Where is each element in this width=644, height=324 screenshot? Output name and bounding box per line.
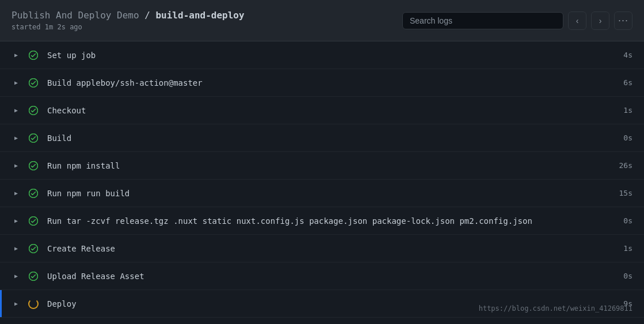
more-icon: ··· bbox=[618, 14, 628, 26]
step-label: Checkout bbox=[47, 106, 609, 115]
step-duration: 1s bbox=[609, 244, 632, 253]
status-icon bbox=[28, 77, 39, 89]
step-row[interactable]: ▶Post Checkout bbox=[0, 318, 644, 324]
workflow-name: Publish And Deploy Demo bbox=[12, 10, 139, 21]
step-label: Build appleboy/ssh-action@master bbox=[47, 78, 609, 87]
expand-icon[interactable]: ▶ bbox=[12, 245, 21, 251]
expand-icon[interactable]: ▶ bbox=[12, 218, 21, 224]
step-row[interactable]: ▶Deploy9s bbox=[0, 290, 644, 318]
step-duration: 0s bbox=[609, 134, 632, 142]
header-left: Publish And Deploy Demo / build-and-depl… bbox=[12, 10, 245, 31]
steps-list: ▶ Set up job4s▶ Build appleboy/ssh-actio… bbox=[0, 41, 644, 324]
search-input[interactable] bbox=[402, 12, 563, 29]
step-label: Create Release bbox=[47, 244, 609, 253]
step-duration: 26s bbox=[609, 161, 632, 170]
expand-icon[interactable]: ▶ bbox=[12, 107, 21, 113]
step-duration: 15s bbox=[609, 189, 632, 197]
step-row[interactable]: ▶ Upload Release Asset0s bbox=[0, 262, 644, 290]
step-row[interactable]: ▶ Create Release1s bbox=[0, 235, 644, 262]
status-icon bbox=[28, 132, 39, 144]
prev-icon: ‹ bbox=[576, 16, 579, 25]
expand-icon[interactable]: ▶ bbox=[12, 52, 21, 58]
job-name: build-and-deploy bbox=[155, 10, 244, 21]
status-icon bbox=[28, 298, 39, 310]
step-label: Run npm install bbox=[47, 161, 609, 170]
started-time: started 1m 2s ago bbox=[12, 23, 245, 31]
step-duration: 1s bbox=[609, 106, 632, 115]
spinner-icon bbox=[28, 299, 39, 309]
expand-icon[interactable]: ▶ bbox=[12, 162, 21, 169]
check-svg bbox=[29, 78, 38, 87]
workflow-title: Publish And Deploy Demo / build-and-depl… bbox=[12, 10, 245, 21]
step-label: Set up job bbox=[47, 51, 609, 60]
status-icon bbox=[28, 105, 39, 116]
status-icon bbox=[28, 160, 39, 171]
next-button[interactable]: › bbox=[591, 12, 609, 30]
step-label: Run tar -zcvf release.tgz .nuxt static n… bbox=[47, 216, 609, 226]
step-row[interactable]: ▶ Set up job4s bbox=[0, 41, 644, 69]
step-row[interactable]: ▶ Checkout1s bbox=[0, 97, 644, 124]
step-row[interactable]: ▶ Build0s bbox=[0, 124, 644, 152]
check-svg bbox=[29, 216, 38, 226]
step-row[interactable]: ▶ Run npm run build15s bbox=[0, 180, 644, 207]
step-duration: 6s bbox=[609, 78, 632, 87]
check-svg bbox=[29, 106, 38, 115]
expand-icon[interactable]: ▶ bbox=[12, 79, 21, 86]
step-label: Build bbox=[47, 134, 609, 143]
status-icon bbox=[28, 243, 39, 254]
check-svg bbox=[29, 189, 38, 198]
step-label: Upload Release Asset bbox=[47, 272, 609, 281]
step-label: Run npm run build bbox=[47, 189, 609, 198]
status-icon bbox=[28, 215, 39, 227]
header: Publish And Deploy Demo / build-and-depl… bbox=[0, 0, 644, 41]
check-svg bbox=[29, 134, 38, 143]
more-options-button[interactable]: ··· bbox=[614, 12, 632, 30]
step-duration: 0s bbox=[609, 272, 632, 280]
step-row[interactable]: ▶ Run npm install26s bbox=[0, 152, 644, 180]
expand-icon[interactable]: ▶ bbox=[12, 273, 21, 279]
header-controls: ‹ › ··· bbox=[402, 12, 632, 30]
step-duration: 0s bbox=[609, 216, 632, 225]
check-svg bbox=[29, 272, 38, 281]
expand-icon[interactable]: ▶ bbox=[12, 190, 21, 196]
status-icon bbox=[28, 49, 39, 61]
expand-icon[interactable]: ▶ bbox=[12, 135, 21, 141]
status-icon bbox=[28, 188, 39, 199]
check-svg bbox=[29, 51, 38, 60]
next-icon: › bbox=[599, 16, 602, 25]
expand-icon[interactable]: ▶ bbox=[12, 300, 21, 307]
step-row[interactable]: ▶ Run tar -zcvf release.tgz .nuxt static… bbox=[0, 207, 644, 235]
step-row[interactable]: ▶ Build appleboy/ssh-action@master6s bbox=[0, 69, 644, 97]
check-svg bbox=[29, 161, 38, 170]
watermark: https://blog.csdn.net/weixin_41269811 bbox=[479, 304, 632, 312]
app-container: Publish And Deploy Demo / build-and-depl… bbox=[0, 0, 644, 324]
status-icon bbox=[28, 270, 39, 282]
check-svg bbox=[29, 244, 38, 253]
prev-button[interactable]: ‹ bbox=[568, 12, 586, 30]
step-duration: 4s bbox=[609, 51, 632, 59]
separator: / bbox=[144, 10, 155, 21]
